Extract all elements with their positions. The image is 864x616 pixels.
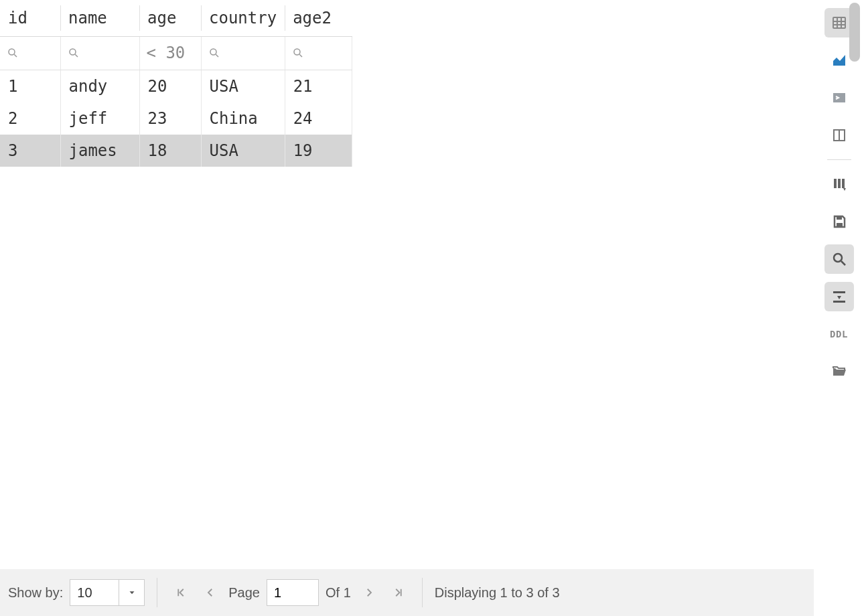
cell-name[interactable]: james <box>60 135 139 167</box>
cell-country[interactable]: China <box>201 102 285 135</box>
console-icon <box>831 90 847 106</box>
cell-name[interactable]: andy <box>60 70 139 102</box>
column-header-label: country <box>209 9 277 27</box>
prev-page-button[interactable] <box>199 581 222 604</box>
svg-point-4 <box>210 49 216 55</box>
search-icon <box>7 47 54 59</box>
cell-age2[interactable]: 24 <box>285 102 352 135</box>
pagination-bar: Show by: 10 Page Of 1 Displaying 1 to 3 … <box>0 569 814 616</box>
svg-rect-20 <box>837 223 843 227</box>
pagination-status: Displaying 1 to 3 of 3 <box>435 585 560 601</box>
chart-view-icon <box>831 52 847 68</box>
cell-id[interactable]: 1 <box>0 70 60 102</box>
column-header-id[interactable]: id <box>0 0 60 36</box>
chevron-left-icon <box>204 587 216 599</box>
page-of-text: Of 1 <box>326 585 351 601</box>
cell-age[interactable]: 23 <box>139 102 201 135</box>
console-button[interactable] <box>824 83 854 112</box>
table-row[interactable]: 2jeff23China24 <box>0 102 352 135</box>
column-header-age2[interactable]: age2 <box>285 0 352 36</box>
filter-row: < 30 <box>0 36 352 70</box>
results-table: id name age country age2 <box>0 0 352 167</box>
svg-line-5 <box>216 54 218 57</box>
svg-marker-19 <box>843 188 846 191</box>
svg-rect-8 <box>833 17 845 28</box>
svg-point-6 <box>294 49 300 55</box>
last-page-icon <box>392 587 405 599</box>
filter-cell-name[interactable] <box>60 36 139 70</box>
show-by-value: 10 <box>70 580 119 605</box>
svg-line-1 <box>14 54 17 57</box>
column-header-label: age <box>147 9 176 27</box>
save-icon <box>831 214 847 230</box>
scrollbar-thumb[interactable] <box>849 3 860 62</box>
folder-open-button[interactable] <box>824 357 854 386</box>
ddl-icon: DDL <box>830 329 848 339</box>
column-header-name[interactable]: name <box>60 0 139 36</box>
search-icon <box>68 47 133 59</box>
page-input[interactable] <box>267 579 319 606</box>
header-row: id name age country age2 <box>0 0 352 36</box>
split-columns-button[interactable] <box>824 121 854 150</box>
filter-cell-age[interactable]: < 30 <box>139 36 201 70</box>
save-button[interactable] <box>824 207 854 236</box>
last-page-button[interactable] <box>387 581 410 604</box>
next-page-button[interactable] <box>358 581 380 604</box>
divider <box>422 578 423 607</box>
show-by-label: Show by: <box>8 585 63 601</box>
svg-rect-17 <box>838 179 841 188</box>
cell-id[interactable]: 2 <box>0 102 60 135</box>
ddl-button[interactable]: DDL <box>824 319 854 349</box>
column-header-age[interactable]: age <box>139 0 201 36</box>
svg-rect-24 <box>833 291 845 293</box>
cell-name[interactable]: jeff <box>60 102 139 135</box>
cell-age2[interactable]: 21 <box>285 70 352 102</box>
divider <box>157 578 157 607</box>
svg-point-0 <box>9 49 15 55</box>
chevron-down-icon <box>119 580 144 605</box>
svg-point-22 <box>834 254 842 262</box>
column-header-label: id <box>8 9 27 27</box>
svg-rect-21 <box>837 216 842 220</box>
first-page-button[interactable] <box>169 581 192 604</box>
table-row[interactable]: 1andy20USA21 <box>0 70 352 102</box>
right-toolbar: DDL <box>814 0 864 616</box>
page-label: Page <box>228 585 260 601</box>
column-header-label: age2 <box>293 9 332 27</box>
cell-country[interactable]: USA <box>201 70 285 102</box>
filter-cell-id[interactable] <box>0 36 60 70</box>
svg-marker-27 <box>129 591 134 594</box>
svg-line-3 <box>75 54 78 57</box>
columns-icon <box>831 127 847 143</box>
svg-line-7 <box>299 54 302 57</box>
search-icon <box>292 47 345 59</box>
table-row[interactable]: 3james18USA19 <box>0 135 352 167</box>
transpose-icon <box>831 289 847 305</box>
svg-rect-26 <box>833 301 845 303</box>
cell-age[interactable]: 20 <box>139 70 201 102</box>
search-button[interactable] <box>824 244 854 274</box>
data-grid: id name age country age2 <box>0 0 814 569</box>
chevron-right-icon <box>363 587 375 599</box>
column-header-label: name <box>68 9 107 27</box>
column-header-country[interactable]: country <box>201 0 285 36</box>
transpose-button[interactable] <box>824 282 854 311</box>
column-settings-button[interactable] <box>824 169 854 199</box>
filter-value: < 30 <box>147 44 186 62</box>
cell-id[interactable]: 3 <box>0 135 60 167</box>
show-by-dropdown[interactable]: 10 <box>70 579 145 606</box>
svg-point-2 <box>70 49 76 55</box>
cell-age2[interactable]: 19 <box>285 135 352 167</box>
cell-country[interactable]: USA <box>201 135 285 167</box>
filter-cell-age2[interactable] <box>285 36 352 70</box>
search-icon <box>208 47 278 59</box>
svg-line-23 <box>841 261 845 265</box>
folder-open-icon <box>831 364 847 380</box>
filter-cell-country[interactable] <box>201 36 285 70</box>
svg-marker-25 <box>837 296 841 299</box>
first-page-icon <box>175 587 187 599</box>
toolbar-divider <box>827 159 851 160</box>
search-icon <box>831 251 847 267</box>
svg-rect-18 <box>842 179 845 188</box>
cell-age[interactable]: 18 <box>139 135 201 167</box>
